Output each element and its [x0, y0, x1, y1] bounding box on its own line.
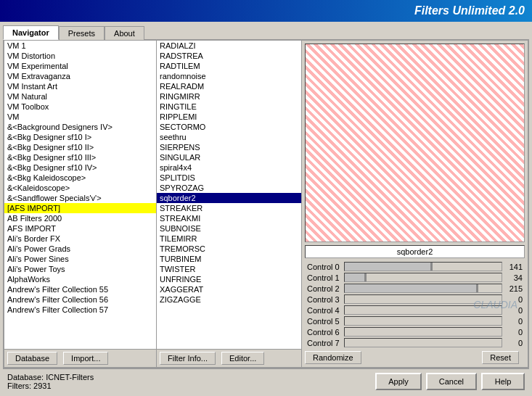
- list-item[interactable]: TREMORSC: [157, 244, 301, 254]
- slider-thumb[interactable]: [476, 284, 478, 292]
- list-item[interactable]: XAGGERAT: [157, 284, 301, 294]
- list-item[interactable]: AlphaWorks: [4, 274, 156, 284]
- list-item[interactable]: STREAKMI: [157, 213, 301, 223]
- list-item[interactable]: Ali's Power Grads: [4, 244, 156, 254]
- list-item[interactable]: REALRADM: [157, 81, 301, 91]
- list-item[interactable]: VM Natural: [4, 91, 156, 102]
- list-item[interactable]: VM: [4, 112, 156, 122]
- control-row: Control 0141: [305, 261, 525, 272]
- list-item[interactable]: &<Kaleidoscope>: [4, 183, 156, 193]
- list-item[interactable]: TWISTER: [157, 264, 301, 274]
- list-item[interactable]: Andrew's Filter Collection 57: [4, 305, 156, 315]
- tab-presets[interactable]: Presets: [59, 26, 105, 40]
- list-item[interactable]: RADSTREA: [157, 51, 301, 61]
- list-item[interactable]: SECTORMO: [157, 122, 301, 132]
- slider-fill: [345, 263, 432, 271]
- list-item[interactable]: VM Experimental: [4, 61, 156, 71]
- list-item[interactable]: spiral4x4: [157, 162, 301, 173]
- control-value: 0: [504, 305, 525, 315]
- tab-navigator[interactable]: Navigator: [3, 25, 59, 40]
- slider-track[interactable]: [344, 316, 502, 326]
- list-item[interactable]: seethru: [157, 132, 301, 142]
- list-item[interactable]: sqborder2: [157, 193, 301, 203]
- list-item[interactable]: RADIALZI: [157, 41, 301, 51]
- list-item[interactable]: VM Instant Art: [4, 81, 156, 91]
- randomize-button[interactable]: Randomize: [305, 351, 361, 364]
- list-item[interactable]: SINGULAR: [157, 152, 301, 162]
- control-slider-cell[interactable]: [342, 337, 504, 348]
- help-button[interactable]: Help: [481, 373, 525, 390]
- list-item[interactable]: RADTILEM: [157, 61, 301, 71]
- list-item[interactable]: VM Distortion: [4, 51, 156, 61]
- control-label: Control 5: [305, 315, 342, 326]
- list-item[interactable]: Ali's Power Toys: [4, 264, 156, 274]
- tabs-area: Navigator Presets About: [3, 25, 529, 39]
- left-list[interactable]: VM 1VM DistortionVM ExperimentalVM Extra…: [4, 41, 156, 349]
- cancel-button[interactable]: Cancel: [426, 373, 477, 390]
- list-item[interactable]: RINGMIRR: [157, 91, 301, 102]
- list-item[interactable]: Ali's Border FX: [4, 234, 156, 244]
- list-item[interactable]: SUBNOISE: [157, 223, 301, 234]
- slider-track[interactable]: [344, 273, 502, 282]
- slider-track[interactable]: [344, 305, 502, 315]
- control-label: Control 3: [305, 294, 342, 305]
- list-item[interactable]: &<Bkg Designer sf10 II>: [4, 142, 156, 152]
- list-item[interactable]: Andrew's Filter Collection 55: [4, 284, 156, 294]
- list-item[interactable]: SPYROZAG: [157, 183, 301, 193]
- list-item[interactable]: AFS IMPORT: [4, 223, 156, 234]
- list-item[interactable]: randomnoise: [157, 71, 301, 81]
- list-item[interactable]: [AFS IMPORT]: [4, 203, 156, 213]
- database-button[interactable]: Database: [7, 352, 57, 365]
- list-item[interactable]: &<Bkg Designer sf10 IV>: [4, 162, 156, 173]
- list-item[interactable]: UNFRINGE: [157, 274, 301, 284]
- filter-info-button[interactable]: Filter Info...: [160, 352, 216, 365]
- list-item[interactable]: &<Sandflower Specials'v'>: [4, 193, 156, 203]
- import-button[interactable]: Import...: [63, 352, 108, 365]
- control-slider-cell[interactable]: [342, 294, 504, 305]
- list-item[interactable]: VM Extravaganza: [4, 71, 156, 81]
- control-slider-cell[interactable]: [342, 283, 504, 294]
- slider-fill: [345, 284, 477, 292]
- list-item[interactable]: TURBINEM: [157, 254, 301, 264]
- control-row: Control 134: [305, 272, 525, 283]
- status-bar: Database: ICNET-Filters Filters: 2931 Ap…: [3, 368, 529, 393]
- slider-track[interactable]: [344, 338, 502, 347]
- control-slider-cell[interactable]: [342, 326, 504, 337]
- control-slider-cell[interactable]: [342, 272, 504, 283]
- left-panel: VM 1VM DistortionVM ExperimentalVM Extra…: [4, 41, 157, 367]
- list-item[interactable]: SIERPENS: [157, 142, 301, 152]
- list-item[interactable]: SPLITDIS: [157, 173, 301, 183]
- list-item[interactable]: RINGTILE: [157, 102, 301, 112]
- list-item[interactable]: &<Background Designers IV>: [4, 122, 156, 132]
- list-item[interactable]: &<Bkg Designer sf10 III>: [4, 152, 156, 162]
- tab-about[interactable]: About: [105, 26, 144, 40]
- control-slider-cell[interactable]: [342, 261, 504, 272]
- control-slider-cell[interactable]: [342, 305, 504, 315]
- list-item[interactable]: RIPPLEMI: [157, 112, 301, 122]
- filters-info: Filters: 2931: [7, 381, 375, 390]
- slider-track[interactable]: [344, 284, 502, 293]
- list-item[interactable]: Andrew's Filter Collection 56: [4, 294, 156, 305]
- slider-thumb[interactable]: [364, 273, 367, 281]
- apply-button[interactable]: Apply: [375, 373, 422, 390]
- slider-track[interactable]: [344, 262, 502, 271]
- slider-track[interactable]: [344, 294, 502, 304]
- list-item[interactable]: VM 1: [4, 41, 156, 51]
- list-item[interactable]: STREAKER: [157, 203, 301, 213]
- control-row: Control 30: [305, 294, 525, 305]
- list-item[interactable]: VM Toolbox: [4, 102, 156, 112]
- list-item[interactable]: ZIGZAGGE: [157, 294, 301, 305]
- list-item[interactable]: &<Bkg Kaleidoscope>: [4, 173, 156, 183]
- list-item[interactable]: AB Filters 2000: [4, 213, 156, 223]
- middle-list[interactable]: RADIALZIRADSTREARADTILEMrandomnoiseREALR…: [157, 41, 301, 349]
- list-item[interactable]: TILEMIRR: [157, 234, 301, 244]
- list-item[interactable]: Ali's Power Sines: [4, 254, 156, 264]
- control-slider-cell[interactable]: [342, 315, 504, 326]
- editor-button[interactable]: Editor...: [221, 352, 264, 365]
- slider-thumb[interactable]: [430, 263, 433, 271]
- list-item[interactable]: &<Bkg Designer sf10 I>: [4, 132, 156, 142]
- reset-button[interactable]: Reset: [482, 351, 519, 364]
- status-buttons: Apply Cancel Help: [375, 373, 525, 390]
- control-label: Control 7: [305, 337, 342, 348]
- slider-track[interactable]: [344, 327, 502, 337]
